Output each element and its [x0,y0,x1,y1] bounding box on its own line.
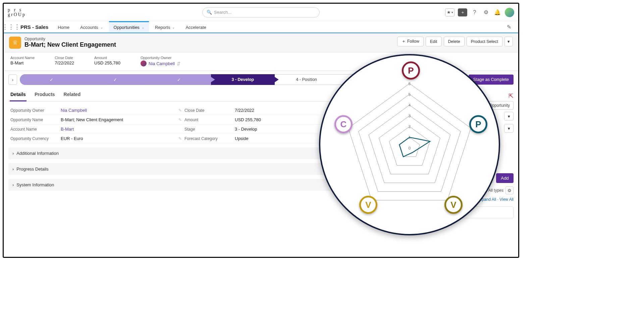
hl-account-label: Account Name [10,56,35,60]
radar-vertex-p: P [469,115,487,133]
field-label: Opportunity Owner [10,108,61,113]
radar-vertex-v: V [359,196,377,214]
notifications-button[interactable]: 🔔 [493,8,501,16]
chevron-right-icon: › [12,77,13,82]
chevron-down-icon: ▾ [507,39,510,44]
global-search-input[interactable]: 🔍 Search... [202,7,320,17]
path-step-done[interactable]: ✓ [147,74,211,85]
svg-text:6: 6 [409,81,411,86]
chevron-down-icon: ⌄ [172,26,175,29]
chevron-down-icon: ⌄ [100,26,103,29]
nav-reports[interactable]: Reports⌄ [150,21,180,33]
svg-text:0: 0 [409,146,411,150]
gear-icon: ⚙ [507,188,512,193]
opportunity-icon: ♕ [9,37,21,49]
field-label: Opportunity Name [10,118,61,122]
radar-vertex-p: P [402,61,420,80]
hl-amount-value: USD 255,780 [94,60,120,65]
chevron-right-icon: › [12,151,14,156]
help-button[interactable]: ? [471,8,479,16]
edit-field-icon[interactable]: ✎ [178,136,184,141]
gear-icon: ⚙ [484,9,488,15]
change-owner-icon[interactable]: ⇵ [177,61,180,66]
field-value-owner[interactable]: Nia Campbell [61,108,178,113]
more-actions-button[interactable]: ▾ [504,37,513,46]
svg-marker-13 [399,137,430,157]
section-system-info[interactable]: › System Information [8,179,361,191]
view-all-link[interactable]: View All [499,197,514,202]
owner-avatar [141,60,147,66]
hl-closedate-value: 7/22/2022 [55,60,74,65]
edit-field-icon[interactable]: ✎ [178,118,184,122]
tab-products[interactable]: Products [34,88,56,101]
activity-settings-button[interactable]: ⚙ [505,186,514,194]
radar-vertex-v: V [444,196,463,214]
follow-button[interactable]: ＋Follow [397,37,424,46]
global-add-button[interactable]: ＋ [458,8,467,16]
field-label: Amount [184,118,235,122]
field-value: B-Mart; New Client Engagement [61,117,178,122]
tab-related[interactable]: Related [63,88,82,101]
nav-accounts[interactable]: Accounts⌄ [75,21,107,33]
pencil-icon: ✎ [507,24,511,30]
hl-amount-label: Amount [94,56,120,60]
chevron-right-icon: › [12,167,14,172]
svg-text:5: 5 [409,92,411,97]
hl-owner-label: Opportunity Owner [141,56,180,60]
favorites-button[interactable]: ★▾ [445,8,454,16]
chevron-right-icon: › [12,182,14,187]
edit-button[interactable]: Edit [426,37,442,46]
edit-nav-button[interactable]: ✎ [505,23,513,31]
section-progress-details[interactable]: › Progress Details [8,163,361,175]
expand-icon[interactable]: ⇱ [508,92,514,100]
star-icon: ★ [447,10,451,15]
chevron-down-icon: ⌄ [142,26,144,29]
setup-button[interactable]: ⚙ [482,8,490,16]
svg-text:4: 4 [409,103,411,107]
app-launcher[interactable]: ⋮⋮⋮ [6,21,16,33]
add-button[interactable]: Add [496,173,514,183]
chevron-down-icon: ▾ [508,126,510,131]
nav-accelerate[interactable]: Accelerate [181,21,211,33]
svg-text:3: 3 [409,113,411,118]
radar-vertex-c: C [334,115,353,133]
nav-opportunities[interactable]: Opportunities⌄ [109,21,149,33]
svg-text:2: 2 [409,124,411,129]
nav-home[interactable]: Home [53,21,74,33]
user-avatar[interactable] [505,8,514,17]
record-title: B-Mart; New Client Engagement [24,41,116,48]
hl-account-link[interactable]: B-Mart [10,60,35,65]
field-label: Account Name [10,127,61,132]
bell-icon: 🔔 [494,9,501,15]
path-step-current[interactable]: 3 - Develop [211,74,275,85]
field-value-account[interactable]: B-Mart [61,127,184,132]
field-label: Forecast Category [184,136,235,141]
delete-button[interactable]: Delete [444,37,465,46]
field-label: Opportunity Currency [10,136,61,141]
field-label: Stage [184,127,235,132]
brand-logo: p r s grOUp [8,8,26,17]
help-icon: ? [473,9,476,15]
edit-field-icon[interactable]: ✎ [178,108,184,113]
svg-marker-4 [359,94,461,192]
side-menu-button[interactable]: ▾ [504,112,514,121]
path-step-done[interactable]: ✓ [20,74,84,85]
path-expand-button[interactable]: › [8,75,17,85]
field-value: EUR - Euro [61,136,178,141]
hl-closedate-label: Close Date [55,56,74,60]
path-step-done[interactable]: ✓ [84,74,147,85]
field-label: Close Date [184,108,235,113]
tab-details[interactable]: Details [10,88,26,101]
check-icon: ✓ [177,77,181,82]
check-icon: ✓ [50,77,53,82]
radar-chart: 0123456 P P V V C [319,54,500,235]
product-select-button[interactable]: Product Select [467,37,502,46]
plus-icon: ＋ [461,9,465,15]
check-icon: ✓ [113,77,117,82]
search-icon: 🔍 [207,10,212,15]
side-menu-button[interactable]: ▾ [504,124,514,133]
section-additional-info[interactable]: › Additional Information [8,147,361,159]
hl-owner-link[interactable]: Nia Campbell [149,61,175,66]
chevron-down-icon: ▾ [508,114,510,119]
record-type: Opportunity [24,37,116,41]
